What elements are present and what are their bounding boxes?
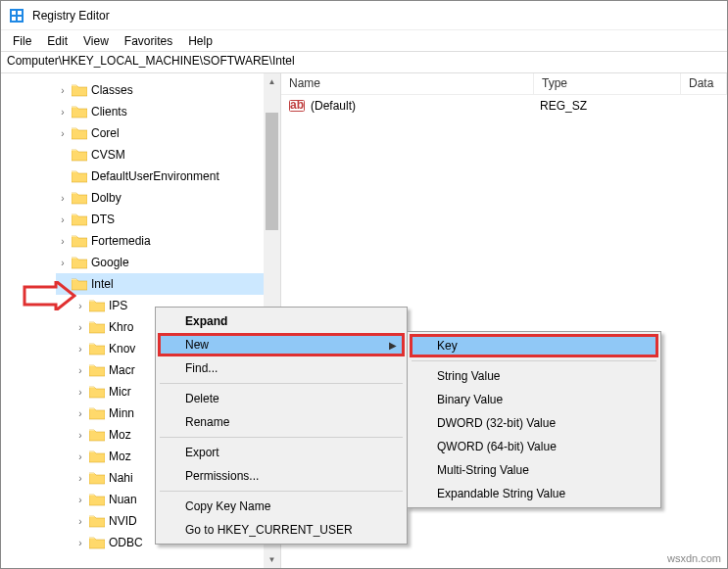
tree-label: Moz	[109, 428, 131, 442]
menu-file[interactable]: File	[5, 32, 39, 50]
expander-icon[interactable]: ›	[56, 85, 70, 96]
submenu-arrow-icon: ▶	[389, 340, 397, 351]
ctx-rename[interactable]: Rename	[158, 410, 405, 434]
menu-help[interactable]: Help	[180, 32, 220, 50]
tree-label: Dolby	[91, 191, 121, 205]
regedit-icon	[9, 8, 24, 24]
expander-icon[interactable]: ›	[73, 365, 87, 376]
ctx-separator	[160, 383, 403, 384]
submenu-binary[interactable]: Binary Value	[410, 388, 658, 411]
address-bar[interactable]: Computer\HKEY_LOCAL_MACHINE\SOFTWARE\Int…	[1, 52, 727, 73]
expander-icon[interactable]: ›	[73, 344, 87, 355]
tree-item-dts[interactable]: ›DTS	[56, 209, 280, 230]
tree-item-classes[interactable]: ›Classes	[56, 79, 280, 101]
ctx-new-label: New	[185, 338, 209, 352]
value-type: REG_SZ	[540, 99, 687, 113]
expander-icon[interactable]: ›	[73, 473, 87, 484]
tree-label: DefaultUserEnvironment	[91, 169, 219, 183]
ctx-copy-key-name[interactable]: Copy Key Name	[158, 495, 405, 518]
expander-icon[interactable]: ›	[56, 193, 70, 204]
context-menu: Expand New ▶ Find... Delete Rename Expor…	[155, 307, 408, 545]
expander-icon[interactable]: ›	[73, 322, 87, 333]
menu-view[interactable]: View	[75, 32, 117, 50]
tree-label: ODBC	[109, 536, 143, 549]
tree-label: IPS	[109, 299, 127, 312]
tree-label: Knov	[109, 342, 135, 356]
expander-icon[interactable]: ›	[56, 236, 70, 247]
scroll-down-icon[interactable]: ▼	[264, 551, 280, 568]
col-header-data[interactable]: Data	[681, 73, 727, 94]
tree-label: Nuan	[109, 493, 137, 506]
tree-label: Corel	[91, 126, 120, 140]
menu-favorites[interactable]: Favorites	[117, 32, 180, 50]
tree-item-clients[interactable]: ›Clients	[56, 101, 280, 122]
value-name: (Default)	[311, 99, 540, 113]
tree-label: DTS	[91, 213, 115, 226]
ctx-separator	[160, 491, 403, 492]
expander-icon[interactable]: ›	[56, 258, 70, 268]
expander-icon[interactable]: ›	[73, 408, 87, 419]
tree-item-cvsm[interactable]: CVSM	[56, 144, 280, 166]
list-row[interactable]: ab (Default) REG_SZ	[281, 95, 727, 117]
submenu-string[interactable]: String Value	[410, 364, 658, 388]
scrollbar-thumb[interactable]	[266, 113, 278, 230]
expander-icon[interactable]: ›	[73, 430, 87, 441]
tree-label: Fortemedia	[91, 234, 151, 248]
ctx-export[interactable]: Export	[158, 441, 405, 464]
ctx-permissions[interactable]: Permissions...	[158, 464, 405, 488]
string-value-icon: ab	[289, 98, 305, 114]
annotation-arrow	[23, 281, 76, 310]
submenu-key[interactable]: Key	[410, 334, 658, 357]
ctx-delete[interactable]: Delete	[158, 387, 405, 410]
tree-label: Macr	[109, 363, 135, 377]
tree-item-dolby[interactable]: ›Dolby	[56, 187, 280, 209]
tree-label: Classes	[91, 83, 133, 97]
tree-item-defaultuserenvironment[interactable]: DefaultUserEnvironment	[56, 166, 280, 187]
svg-rect-1	[12, 11, 16, 15]
col-header-type[interactable]: Type	[534, 73, 681, 94]
tree-label: Clients	[91, 105, 127, 119]
tree-label: CVSM	[91, 148, 125, 162]
tree-item-google[interactable]: ›Google	[56, 252, 280, 273]
ctx-new[interactable]: New ▶	[158, 333, 405, 356]
expander-icon[interactable]: ›	[73, 538, 87, 548]
expander-icon[interactable]: ›	[73, 495, 87, 505]
tree-label: Nahi	[109, 471, 133, 485]
submenu-qword[interactable]: QWORD (64-bit) Value	[410, 435, 658, 458]
tree-label: Minn	[109, 406, 134, 420]
expander-icon[interactable]: ›	[56, 107, 70, 118]
ctx-find[interactable]: Find...	[158, 356, 405, 380]
expander-icon[interactable]: ›	[56, 214, 70, 225]
ctx-expand[interactable]: Expand	[158, 309, 405, 333]
expander-icon[interactable]: ›	[73, 387, 87, 398]
ctx-separator	[160, 437, 403, 438]
tree-item-corel[interactable]: ›Corel	[56, 122, 280, 144]
tree-item-fortemedia[interactable]: ›Fortemedia	[56, 230, 280, 252]
expander-icon[interactable]: ›	[56, 128, 70, 139]
tree-item-intel[interactable]: Intel	[56, 273, 280, 295]
submenu-multistring[interactable]: Multi-String Value	[410, 458, 658, 482]
tree-label: NVID	[109, 514, 137, 528]
tree-label: Google	[91, 256, 129, 269]
svg-rect-3	[12, 17, 16, 21]
ctx-goto-hkcu[interactable]: Go to HKEY_CURRENT_USER	[158, 518, 405, 542]
expander-icon[interactable]: ›	[73, 451, 87, 462]
titlebar: Registry Editor	[1, 1, 727, 30]
tree-label: Khro	[109, 320, 133, 334]
ctx-expand-label: Expand	[185, 314, 227, 328]
expander-icon[interactable]: ›	[73, 516, 87, 527]
list-header: Name Type Data	[281, 73, 727, 95]
tree-label: Moz	[109, 450, 131, 463]
col-header-name[interactable]: Name	[281, 73, 534, 94]
tree-label: Micr	[109, 385, 131, 399]
svg-text:ab: ab	[290, 98, 304, 112]
window-title: Registry Editor	[32, 9, 110, 23]
ctx-separator	[412, 360, 656, 361]
tree-label: Intel	[91, 277, 114, 291]
new-submenu: Key String Value Binary Value DWORD (32-…	[407, 331, 661, 508]
submenu-dword[interactable]: DWORD (32-bit) Value	[410, 411, 658, 435]
watermark: wsxdn.com	[667, 552, 721, 564]
menu-edit[interactable]: Edit	[39, 32, 75, 50]
submenu-expandstring[interactable]: Expandable String Value	[410, 482, 658, 505]
scroll-up-icon[interactable]: ▲	[264, 73, 280, 90]
